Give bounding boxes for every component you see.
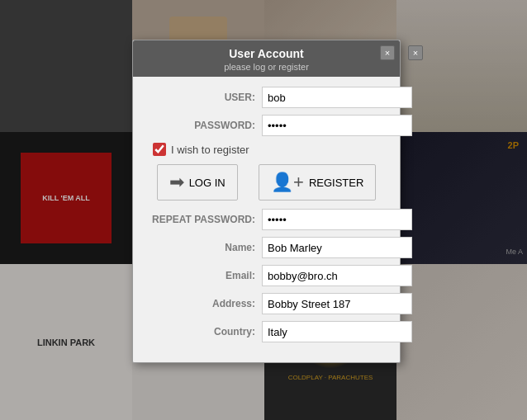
address-label: Address: bbox=[146, 298, 262, 309]
modal-subtitle: please log or register bbox=[141, 62, 392, 72]
user-label: USER: bbox=[146, 92, 262, 103]
email-input[interactable] bbox=[262, 265, 412, 286]
repeat-password-row: REPEAT PASSWORD: bbox=[146, 209, 387, 230]
name-label: Name: bbox=[146, 242, 262, 253]
repeat-password-label: REPEAT PASSWORD: bbox=[146, 214, 262, 225]
login-icon: ➡ bbox=[169, 172, 184, 193]
password-label: PASSWORD: bbox=[146, 120, 262, 131]
login-label: LOG IN bbox=[189, 177, 226, 189]
address-row: Address: bbox=[146, 293, 387, 314]
register-icon: 👤+ bbox=[271, 172, 304, 193]
modal-close-button[interactable]: × bbox=[380, 45, 395, 60]
password-input[interactable] bbox=[262, 115, 412, 136]
email-label: Email: bbox=[146, 270, 262, 281]
user-input[interactable] bbox=[262, 87, 412, 108]
user-row: USER: bbox=[146, 87, 387, 108]
name-row: Name: bbox=[146, 237, 387, 258]
repeat-password-input[interactable] bbox=[262, 209, 412, 230]
modal-header: User Account please log or register × × bbox=[133, 40, 400, 77]
modal-body: USER: PASSWORD: I wish to register ➡ LOG… bbox=[133, 77, 400, 362]
password-row: PASSWORD: bbox=[146, 115, 387, 136]
register-label: REGISTER bbox=[309, 177, 363, 189]
modal-title: User Account bbox=[141, 47, 392, 60]
address-input[interactable] bbox=[262, 293, 412, 314]
login-button[interactable]: ➡ LOG IN bbox=[157, 164, 238, 201]
register-checkbox-row: I wish to register bbox=[146, 143, 387, 156]
country-input[interactable] bbox=[262, 321, 412, 342]
register-button[interactable]: 👤+ REGISTER bbox=[259, 164, 376, 201]
country-row: Country: bbox=[146, 321, 387, 342]
register-checkbox-label: I wish to register bbox=[171, 144, 249, 156]
action-buttons-row: ➡ LOG IN 👤+ REGISTER bbox=[146, 164, 387, 201]
register-checkbox[interactable] bbox=[153, 143, 166, 156]
name-input[interactable] bbox=[262, 237, 412, 258]
country-label: Country: bbox=[146, 326, 262, 337]
user-account-modal: User Account please log or register × × … bbox=[132, 40, 401, 363]
email-row: Email: bbox=[146, 265, 387, 286]
modal-close-button-2[interactable]: × bbox=[408, 45, 423, 60]
